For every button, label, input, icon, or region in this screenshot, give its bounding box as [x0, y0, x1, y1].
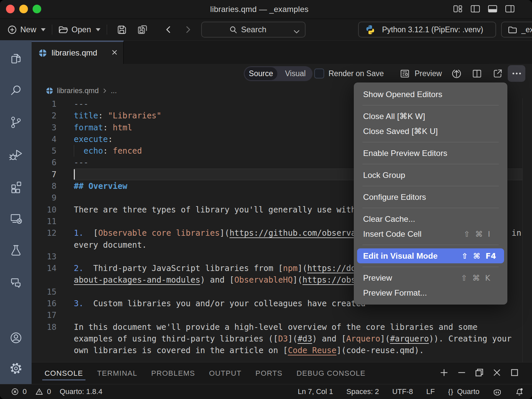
line-content[interactable]: echo: fenced	[57, 145, 142, 157]
line-content[interactable]: own libraries is covered in the article …	[57, 344, 424, 356]
menu-item-edit-in-visual-mode[interactable]: Edit in Visual Mode⇧ ⌘ F4	[357, 248, 504, 263]
source-mode-button[interactable]: Source	[245, 67, 277, 80]
code-line-wrap[interactable]: examples of using third-party libraries …	[32, 333, 532, 344]
debug-icon[interactable]	[0, 138, 32, 170]
status-braces-quarto[interactable]: {}Quarto	[448, 387, 479, 396]
menu-item-configure-editors[interactable]: Configure Editors	[354, 190, 507, 204]
menu-item-close-saved-k-u[interactable]: Close Saved [⌘K U]	[354, 124, 507, 139]
menu-item-preview-format[interactable]: Preview Format...	[354, 285, 507, 300]
tab-libraries-qmd[interactable]: libraries.qmd	[32, 41, 124, 64]
new-plus-icon	[7, 25, 17, 35]
line-content[interactable]: In this document we'll provide a high-le…	[57, 321, 477, 333]
interpreter-selector[interactable]: Python 3.12.1 (PipEnv: .venv)	[358, 22, 496, 38]
search-scope-chevron-icon[interactable]	[293, 27, 300, 37]
menu-item-enable-preview-editors[interactable]: Enable Preview Editors	[354, 146, 507, 161]
status-copilot[interactable]	[493, 387, 502, 396]
panel-close-icon[interactable]	[492, 368, 501, 378]
status-spaces-2[interactable]: Spaces: 2	[346, 387, 379, 396]
new-button[interactable]: New	[7, 25, 46, 35]
toggle-primary-sidebar-icon[interactable]	[470, 5, 480, 14]
status-ln-7-col-1[interactable]: Ln 7, Col 1	[298, 387, 333, 396]
line-content[interactable]: examples of using third-party libraries …	[57, 333, 512, 344]
visual-mode-button[interactable]: Visual	[279, 67, 312, 80]
preview-button[interactable]: Preview	[415, 64, 442, 83]
line-content[interactable]: every document.	[57, 239, 147, 251]
line-content[interactable]	[57, 215, 74, 227]
toggle-panel-icon[interactable]	[488, 5, 497, 14]
remote-icon[interactable]	[0, 202, 32, 234]
menu-item-lock-group[interactable]: Lock Group	[354, 168, 507, 183]
settings-icon[interactable]	[0, 353, 32, 384]
line-content[interactable]	[57, 169, 74, 180]
toggle-secondary-sidebar-icon[interactable]	[505, 5, 515, 14]
render-on-save-label: Render on Save	[329, 64, 384, 83]
search-input[interactable]: Search	[201, 22, 306, 38]
line-content[interactable]	[57, 309, 74, 321]
status-utf-8[interactable]: UTF-8	[392, 387, 413, 396]
code-line-18[interactable]: 18In this document we'll provide a high-…	[32, 321, 532, 333]
more-actions-button[interactable]	[508, 65, 525, 82]
panel-tab-terminal[interactable]: TERMINAL	[90, 362, 144, 384]
save-button[interactable]	[117, 25, 127, 35]
forward-button[interactable]	[183, 25, 193, 34]
search-icon[interactable]	[0, 74, 32, 106]
panel-minus-icon[interactable]	[457, 368, 466, 378]
back-button[interactable]	[164, 25, 173, 34]
account-icon[interactable]	[0, 323, 32, 353]
explorer-icon[interactable]	[0, 43, 32, 74]
publish-icon[interactable]	[451, 64, 462, 83]
menu-separator	[362, 245, 499, 245]
menu-item-clear-cache[interactable]: Clear Cache...	[354, 211, 507, 226]
line-content[interactable]: format: html	[57, 122, 132, 133]
line-number: 4	[32, 133, 57, 145]
code-line-17[interactable]: 17	[32, 309, 532, 321]
panel-restore-icon[interactable]	[475, 368, 484, 378]
minimize-window-button[interactable]	[19, 5, 28, 13]
bell-icon	[515, 387, 524, 396]
split-editor-icon[interactable]	[472, 64, 482, 83]
status-bell[interactable]	[515, 387, 524, 396]
close-window-button[interactable]	[6, 5, 15, 13]
menu-item-preview[interactable]: Preview⇧ ⌘ K	[354, 270, 507, 285]
line-content[interactable]: title: "Libraries"	[57, 110, 161, 121]
customize-layout-icon[interactable]	[453, 5, 463, 14]
comments-icon[interactable]	[0, 266, 32, 298]
code-token: html	[113, 123, 132, 132]
menu-item-insert-code-cell[interactable]: Insert Code Cell⇧ ⌘ I	[354, 226, 507, 241]
panel-plus-icon[interactable]	[440, 368, 449, 378]
status-quarto-1-8-4[interactable]: Quarto: 1.8.4	[60, 387, 102, 396]
line-content[interactable]	[57, 251, 74, 262]
panel-maximize-icon[interactable]	[510, 368, 519, 378]
open-button[interactable]: Open	[59, 25, 100, 34]
workspace-selector[interactable]: _examples	[501, 22, 532, 38]
menu-item-show-opened-editors[interactable]: Show Opened Editors	[354, 87, 507, 102]
open-external-icon[interactable]	[493, 64, 502, 83]
extensions-icon[interactable]	[0, 170, 32, 202]
panel-tab-problems[interactable]: PROBLEMS	[144, 362, 202, 384]
menu-item-close-all-k-w[interactable]: Close All [⌘K W]	[354, 109, 507, 124]
testing-icon[interactable]	[0, 234, 32, 266]
line-content[interactable]: execute:	[57, 133, 113, 145]
status-lf[interactable]: LF	[426, 387, 435, 396]
status-warning-0[interactable]: 0	[35, 387, 51, 396]
line-content[interactable]: ---	[57, 98, 88, 110]
close-tab-icon[interactable]	[111, 49, 118, 57]
save-all-button[interactable]	[138, 25, 148, 35]
menu-item-label: Preview Format...	[363, 288, 490, 298]
status-error-0[interactable]: 0	[11, 387, 27, 396]
panel-tab-console[interactable]: CONSOLE	[38, 362, 90, 384]
line-content[interactable]: 3. Custom libraries you and/or your coll…	[57, 298, 366, 309]
panel-tab-ports[interactable]: PORTS	[248, 362, 289, 384]
menu-item-label: Show Opened Editors	[363, 90, 490, 99]
line-content[interactable]	[57, 286, 74, 298]
line-content[interactable]: ## Overview	[57, 180, 127, 192]
panel-tab-debug-console[interactable]: DEBUG CONSOLE	[290, 362, 373, 384]
status-label: 0	[23, 387, 27, 396]
code-line-wrap[interactable]: own libraries is covered in the article …	[32, 344, 532, 356]
line-content[interactable]	[57, 192, 74, 203]
zoom-window-button[interactable]	[33, 5, 41, 13]
line-content[interactable]: ---	[57, 157, 88, 168]
render-on-save-checkbox[interactable]	[314, 68, 324, 78]
source-control-icon[interactable]	[0, 106, 32, 138]
panel-tab-output[interactable]: OUTPUT	[202, 362, 249, 384]
